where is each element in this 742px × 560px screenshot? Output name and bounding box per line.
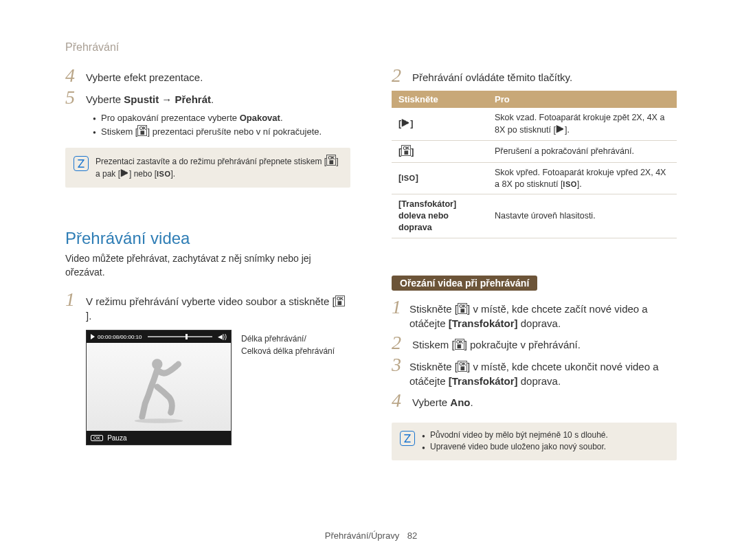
info-icon (74, 156, 89, 171)
iso-icon: ISO (563, 180, 576, 188)
ok-icon: OK▦ (458, 361, 467, 372)
step-text: Vyberte efekt prezentace. (86, 66, 203, 85)
trim-step-2: 2 Stiskem [OK▦] pokračujte v přehrávání. (392, 333, 677, 352)
two-column-layout: 4 Vyberte efekt prezentace. 5 Vyberte Sp… (65, 66, 677, 460)
table-header-row: Stiskněte Pro (392, 91, 677, 108)
text: Pro opakování prezentace vyberte (101, 113, 240, 123)
note-text: Prezentaci zastavíte a do režimu přehráv… (95, 155, 342, 181)
step-number: 4 (65, 66, 78, 85)
subsection-pill: Ořezání videa při přehrávání (392, 276, 537, 291)
player-top-bar: 00:00:08/00:00:10 ◀)) (87, 331, 231, 343)
ok-icon: OK▦ (137, 125, 147, 136)
iso-icon: ISO (401, 174, 415, 182)
text: Stiskněte [ (409, 361, 458, 372)
bullet-item: Pro opakování prezentace vyberte Opakova… (93, 111, 350, 125)
right-column: 2 Přehrávání ovládáte těmito tlačítky. S… (392, 66, 677, 460)
step-number: 3 (392, 355, 401, 374)
step-text: V režimu přehrávání vyberte video soubor… (86, 290, 350, 323)
bullet-item: Stiskem [OK▦] prezentaci přerušíte nebo … (93, 125, 350, 139)
note-box: Prezentaci zastavíte a do režimu přehráv… (65, 148, 350, 188)
note-text: Původní video by mělo být nejméně 10 s d… (422, 429, 608, 453)
ok-icon: OK▦ (455, 339, 464, 350)
step-text: Stiskněte [OK▦] v místě, kde chcete ukon… (409, 355, 677, 388)
cell-desc: Přerušení a pokračování přehrávání. (488, 140, 677, 162)
text: doprava. (518, 317, 561, 329)
text: ] prezentaci přerušíte nebo v ní pokraču… (147, 126, 322, 137)
page-header: Přehrávání (65, 41, 677, 54)
bullet-list: Pro opakování prezentace vyberte Opakova… (65, 111, 350, 138)
text: Skok vzad. Fotoaparát krokuje zpět 2X, 4… (495, 113, 664, 135)
th-for: Pro (488, 91, 677, 108)
table-row: [ISO] Skok vpřed. Fotoaparát krokuje vpř… (392, 162, 677, 194)
footer-label: Přehrávání/Úpravy (325, 530, 399, 541)
text-bold: Spustit → Přehrát (124, 93, 211, 105)
left-column: 4 Vyberte efekt prezentace. 5 Vyberte Sp… (65, 66, 350, 460)
play-icon (91, 334, 95, 339)
trim-step-1: 1 Stiskněte [OK▦] v místě, kde chcete za… (392, 298, 677, 331)
text: ]. (86, 310, 91, 322)
note-box: Původní video by mělo být nejméně 10 s d… (392, 423, 677, 460)
cell-button: [⯈] (392, 108, 488, 140)
flash-icon: ⯈ (556, 124, 565, 135)
th-press: Stiskněte (392, 91, 488, 108)
text: . (211, 93, 214, 105)
text: Vyberte (86, 93, 124, 105)
text: ]. (171, 169, 176, 179)
step-number: 1 (65, 290, 78, 309)
annotation-line-2: Celková délka přehrávání (241, 345, 335, 357)
iso-icon: ISO (157, 170, 170, 178)
cell-desc: Skok vpřed. Fotoaparát krokuje vpřed 2X,… (488, 162, 677, 194)
table-row: [OK▦] Přerušení a pokračování přehrávání… (392, 140, 677, 162)
player-body (87, 343, 231, 431)
cell-desc: Nastavte úroveň hlasitosti. (488, 194, 677, 238)
trim-step-4: 4 Vyberte Ano. (392, 391, 677, 410)
text: ]. (577, 179, 582, 189)
step-5: 5 Vyberte Spustit → Přehrát. (65, 88, 350, 107)
cell-button: [ISO] (392, 162, 488, 194)
ok-icon: OK▦ (326, 155, 336, 166)
ok-badge: OK (91, 435, 103, 441)
text-bold: [Transfokátor] (449, 317, 518, 329)
sound-icon: ◀)) (218, 333, 227, 340)
step-text: Vyberte Spustit → Přehrát. (86, 88, 214, 107)
text: ] nebo [ (129, 169, 157, 179)
cell-button: [Transfokátor] doleva nebo doprava (392, 194, 488, 238)
step-number: 1 (392, 298, 401, 317)
info-icon (400, 431, 415, 446)
cell-desc: Skok vzad. Fotoaparát krokuje zpět 2X, 4… (488, 108, 677, 140)
pause-label: Pauza (107, 434, 126, 442)
page-number: 82 (407, 530, 417, 541)
svg-point-1 (135, 419, 183, 424)
table-row: [Transfokátor] doleva nebo doprava Nasta… (392, 194, 677, 238)
section-subtext: Video můžete přehrávat, zachytávat z něj… (65, 252, 350, 279)
section-heading: Přehrávání videa (65, 229, 350, 248)
text: Stiskněte [ (409, 303, 458, 315)
step-text: Vyberte Ano. (412, 391, 473, 410)
text: . (470, 396, 473, 408)
note-item: Původní video by mělo být nejméně 10 s d… (422, 429, 608, 441)
step-number: 2 (392, 66, 404, 85)
flash-icon: ⯈ (401, 118, 410, 128)
player-bottom-bar: OK Pauza (87, 431, 231, 445)
ok-icon: OK▦ (335, 295, 345, 306)
seek-bar (148, 336, 212, 337)
text: V režimu přehrávání vyberte video soubor… (86, 295, 335, 307)
step-text: Přehrávání ovládáte těmito tlačítky. (412, 66, 572, 85)
text: ]. (565, 125, 570, 135)
step-1: 1 V režimu přehrávání vyberte video soub… (65, 290, 350, 323)
text-bold: Ano (450, 396, 470, 408)
flash-icon: ⯈ (120, 168, 129, 179)
ok-icon: OK▦ (401, 145, 411, 156)
text: Prezentaci zastavíte a do režimu přehráv… (95, 157, 326, 166)
page-footer: Přehrávání/Úpravy 82 (0, 530, 742, 541)
table-row: [⯈] Skok vzad. Fotoaparát krokuje zpět 2… (392, 108, 677, 140)
text-bold: Opakovat (240, 113, 280, 123)
step-number: 4 (392, 391, 404, 410)
text: Stiskem [ (101, 126, 137, 137)
player-annotation: Délka přehrávání/ Celková délka přehrává… (241, 330, 335, 445)
text-bold: [Transfokátor] (449, 375, 518, 387)
cell-button: [OK▦] (392, 140, 488, 162)
step-2: 2 Přehrávání ovládáte těmito tlačítky. (392, 66, 677, 85)
step-number: 2 (392, 333, 404, 352)
text: Stiskem [ (412, 339, 455, 350)
